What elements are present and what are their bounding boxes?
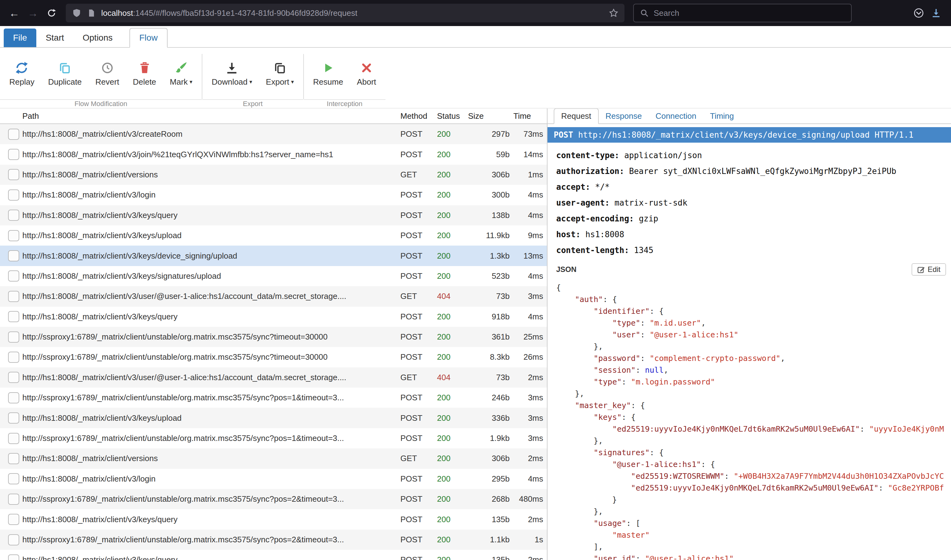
flow-status: 200 [437,170,468,180]
flow-row[interactable]: http://hs1:8008/_matrix/client/v3/keys/q… [0,307,547,327]
flow-time: 9ms [513,231,547,240]
tab-flow[interactable]: Flow [130,28,168,48]
flow-status: 200 [437,251,468,261]
flow-method: POST [400,332,437,342]
flow-type-icon [8,453,19,464]
header-value: application/json [624,151,702,160]
export-label: Export [266,77,289,87]
tab-connection[interactable]: Connection [649,109,703,123]
resume-label: Resume [313,77,343,87]
request-http-version: HTTP/1.1 [875,130,914,140]
tab-response[interactable]: Response [599,109,649,123]
flow-path: http://hs1:8008/_matrix/client/v3/keys/q… [22,515,400,525]
header-line[interactable]: accept-encodinggzip [556,211,951,227]
shield-icon [72,8,81,18]
menu-start-button[interactable]: Start [36,29,73,47]
header-line[interactable]: accept*/* [556,179,951,195]
flow-row[interactable]: http://hs1:8008/_matrix/client/versions … [0,448,547,469]
flow-row[interactable]: http://ssproxy1:6789/_matrix/client/unst… [0,529,547,550]
tab-timing[interactable]: Timing [703,109,741,123]
flow-row[interactable]: http://ssproxy1:6789/_matrix/client/unst… [0,489,547,509]
toolbar-group-interception: Resume Abort Interception [304,48,386,108]
flow-type-icon [8,311,19,322]
flow-size: 8.3kb [468,352,513,362]
flow-row[interactable]: http://hs1:8008/_matrix/client/v3/keys/s… [0,266,547,286]
resume-button[interactable]: Resume [306,57,350,91]
downloads-icon[interactable] [928,5,945,22]
flow-method: GET [400,454,437,463]
flow-row[interactable]: http://ssproxy1:6789/_matrix/client/unst… [0,347,547,367]
pocket-icon[interactable] [910,5,928,22]
flow-row[interactable]: http://hs1:8008/_matrix/client/v3/keys/d… [0,246,547,266]
menu-file-button[interactable]: File [4,29,36,47]
flow-row[interactable]: http://hs1:8008/_matrix/client/v3/login … [0,185,547,205]
flow-row[interactable]: http://ssproxy1:6789/_matrix/client/unst… [0,428,547,448]
mark-button[interactable]: Mark▾ [163,57,199,91]
page-icon[interactable] [87,9,96,17]
tab-request[interactable]: Request [554,109,599,124]
flow-status: 200 [437,332,468,342]
duplicate-button[interactable]: Duplicate [41,57,88,91]
column-header-time[interactable]: Time [513,111,547,121]
flow-row[interactable]: http://hs1:8008/_matrix/client/v3/keys/q… [0,550,547,560]
flow-row[interactable]: http://hs1:8008/_matrix/client/v3/keys/u… [0,408,547,428]
flow-method: GET [400,373,437,382]
column-header-method[interactable]: Method [400,111,437,121]
delete-icon [138,60,151,75]
flow-toolbar: Replay Duplicate Revert [0,48,951,108]
flow-type-icon [8,412,19,423]
revert-button[interactable]: Revert [88,57,126,91]
reload-button[interactable] [42,4,61,22]
flow-method: POST [400,231,437,240]
flow-time: 25ms [513,332,547,342]
delete-button[interactable]: Delete [126,57,163,91]
back-button[interactable]: ← [5,4,23,22]
header-line[interactable]: content-length1345 [556,243,951,258]
flow-type-icon [8,169,19,180]
download-button[interactable]: Download▾ [205,57,259,91]
flow-row[interactable]: http://hs1:8008/_matrix/client/v3/user/@… [0,368,547,388]
header-line[interactable]: hosths1:8008 [556,227,951,243]
bookmark-star-icon[interactable] [609,8,618,18]
search-icon [640,9,649,17]
request-first-line[interactable]: POST http://hs1:8008/_matrix/client/v3/k… [548,127,951,143]
header-line[interactable]: authorizationBearer syt_dXNlci0xLWFsaWNl… [556,163,951,179]
replay-button[interactable]: Replay [3,57,41,91]
flow-status: 200 [437,535,468,545]
flow-row[interactable]: http://hs1:8008/_matrix/client/v3/user/@… [0,286,547,306]
request-method: POST [554,130,573,140]
flow-type-icon [8,392,19,403]
flow-row[interactable]: http://hs1:8008/_matrix/client/v3/join/%… [0,144,547,165]
flow-time: 1ms [513,170,547,180]
json-line: ], [556,541,951,553]
column-header-path[interactable]: Path [22,111,400,121]
toolbar-group-flow-modification: Replay Duplicate Revert [0,48,202,108]
search-input[interactable]: Search [633,4,852,22]
json-line: "usage": [ [556,517,951,529]
column-header-size[interactable]: Size [468,111,513,121]
flow-row[interactable]: http://ssproxy1:6789/_matrix/client/unst… [0,388,547,408]
flow-method: POST [400,474,437,484]
url-bar[interactable]: localhost:1445/#/flows/fba5f13d-91e1-437… [66,4,624,22]
flow-row[interactable]: http://ssproxy1:6789/_matrix/client/unst… [0,327,547,347]
abort-button[interactable]: Abort [350,57,383,91]
header-line[interactable]: content-typeapplication/json [556,148,951,163]
header-line[interactable]: user-agentmatrix-rust-sdk [556,195,951,211]
flow-time: 4ms [513,312,547,322]
flow-row[interactable]: http://hs1:8008/_matrix/client/v3/login … [0,469,547,489]
request-headers: content-typeapplication/json authorizati… [548,143,951,260]
menu-options-button[interactable]: Options [73,29,122,47]
flow-row[interactable]: http://hs1:8008/_matrix/client/versions … [0,165,547,185]
flow-row[interactable]: http://hs1:8008/_matrix/client/v3/keys/q… [0,205,547,225]
json-body[interactable]: { "auth": { "identifier": { "type": "m.i… [548,277,951,560]
edit-button[interactable]: Edit [912,263,946,275]
flow-time: 4ms [513,271,547,281]
flow-row[interactable]: http://hs1:8008/_matrix/client/v3/keys/u… [0,225,547,246]
flow-row[interactable]: http://hs1:8008/_matrix/client/v3/keys/q… [0,509,547,529]
flow-type-icon [8,331,19,343]
json-line: "keys": { [556,411,951,423]
forward-button[interactable]: → [23,4,42,22]
column-header-status[interactable]: Status [437,111,468,121]
export-button[interactable]: Export▾ [259,57,301,91]
flow-row[interactable]: http://hs1:8008/_matrix/client/v3/create… [0,124,547,144]
